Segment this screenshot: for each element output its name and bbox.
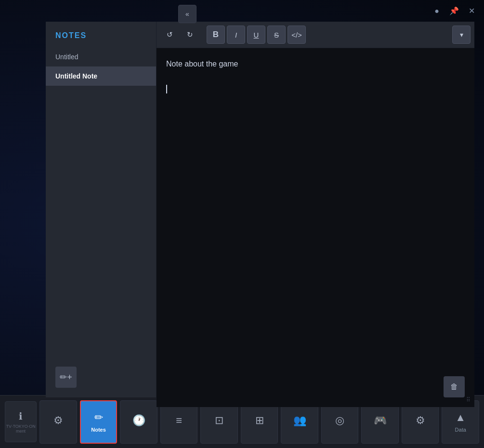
strikethrough-button[interactable]: S [267, 26, 286, 44]
upload-icon: ▲ [455, 411, 466, 424]
note-label: Untitled [55, 53, 78, 61]
delete-note-button[interactable]: 🗑 [444, 376, 465, 397]
info-text-1: TV·TOKYO·ON [6, 424, 35, 429]
taskbar-notes-label: Notes [91, 427, 106, 433]
toolbar: ↺ ↻ B I U S </> ▾ [157, 22, 474, 48]
resize-handle[interactable]: ⠿ [466, 396, 471, 403]
info-text-2: ment [16, 429, 26, 434]
code-icon: </> [291, 31, 302, 39]
close-button[interactable]: ✕ [465, 4, 478, 18]
editor-area: ↺ ↻ B I U S </> ▾ [157, 22, 474, 407]
bold-button[interactable]: B [207, 26, 225, 44]
notes-list: Untitled Untitled Note [46, 47, 156, 397]
pin-icon: 📌 [449, 6, 459, 15]
cursor-area [166, 85, 465, 94]
italic-icon: I [235, 31, 237, 39]
gear-icon: ⚙ [53, 414, 63, 427]
code-button[interactable]: </> [288, 26, 306, 44]
trash-icon: 🗑 [450, 382, 458, 391]
eye-button[interactable]: ● [430, 4, 444, 18]
note-editor[interactable]: Note about the game 🗑 ⠿ [157, 48, 474, 407]
add-note-icon: ✏+ [60, 372, 72, 382]
note-label: Untitled Note [55, 72, 97, 80]
sidebar: NOTES Untitled Untitled Note ✏+ [46, 22, 157, 397]
options-icon: ⚙ [416, 414, 425, 427]
taskbar-data-label: Data [455, 427, 466, 433]
collapse-icon: « [185, 10, 189, 18]
main-panel: NOTES Untitled Untitled Note ✏+ ↺ ↻ B [46, 22, 474, 407]
taskbar-info-item[interactable]: ℹ TV·TOKYO·ON ment [5, 401, 37, 442]
users-icon: 👥 [293, 414, 306, 427]
pin-button[interactable]: 📌 [447, 4, 461, 18]
italic-button[interactable]: I [227, 26, 245, 44]
sidebar-title: NOTES [46, 22, 156, 47]
add-note-button[interactable]: ✏+ [55, 367, 77, 388]
eye-icon: ● [434, 7, 439, 15]
bold-icon: B [213, 30, 219, 40]
underline-button[interactable]: U [247, 26, 265, 44]
strikethrough-icon: S [274, 31, 279, 39]
list-icon: ≡ [176, 414, 182, 427]
gamepad-icon: 🎮 [374, 414, 387, 427]
chevron-down-icon: ▾ [460, 31, 463, 39]
note-item-untitled-note[interactable]: Untitled Note [46, 66, 156, 86]
undo-icon: ↺ [167, 30, 173, 39]
layout-icon: ⊡ [215, 414, 223, 427]
underline-icon: U [254, 31, 259, 39]
collapse-button[interactable]: « [178, 5, 196, 23]
note-item-untitled[interactable]: Untitled [46, 47, 156, 66]
note-content: Note about the game [166, 58, 465, 70]
target-icon: ◎ [335, 414, 344, 427]
close-icon: ✕ [469, 6, 475, 15]
grid-icon: ⊞ [255, 414, 264, 427]
header-controls: ● 📌 ✕ [178, 0, 484, 22]
undo-button[interactable]: ↺ [160, 26, 179, 44]
more-options-button[interactable]: ▾ [452, 26, 471, 44]
redo-button[interactable]: ↻ [181, 26, 199, 44]
pencil-icon: ✏ [94, 411, 103, 424]
redo-icon: ↻ [187, 30, 193, 39]
clock-icon: 🕐 [132, 414, 145, 427]
info-icon: ℹ [19, 410, 23, 422]
text-cursor [166, 85, 167, 93]
note-text: Note about the game [166, 60, 238, 68]
